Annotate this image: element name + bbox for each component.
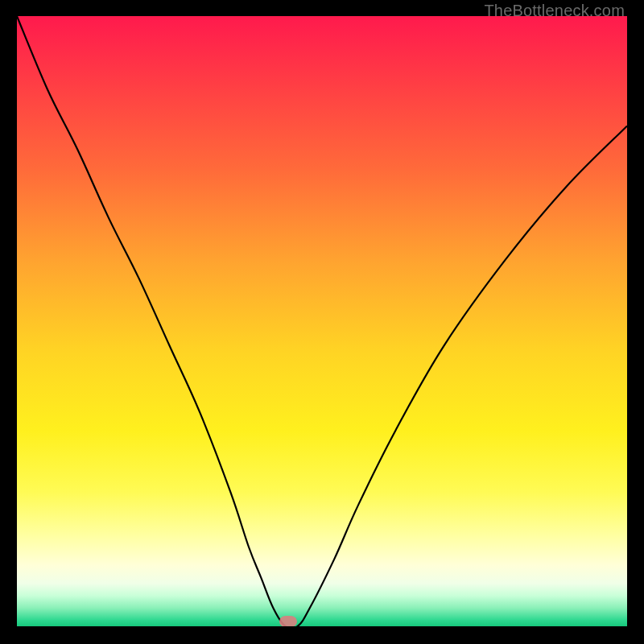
chart-frame: TheBottleneck.com (0, 0, 644, 644)
plot-area (17, 16, 627, 626)
optimal-marker (279, 616, 297, 626)
bottleneck-curve (17, 16, 627, 626)
watermark-text: TheBottleneck.com (484, 2, 625, 20)
